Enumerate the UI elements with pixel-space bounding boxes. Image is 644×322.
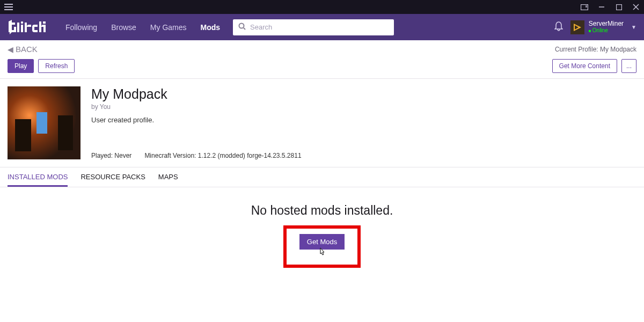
overlay-icon[interactable] — [581, 3, 588, 11]
svg-point-8 — [21, 21, 23, 23]
nav-browse[interactable]: Browse — [111, 23, 136, 32]
empty-message: No hosted mods installed. — [251, 203, 393, 218]
titlebar — [0, 0, 644, 14]
svg-rect-10 — [25, 23, 27, 32]
maximize-icon[interactable] — [615, 3, 623, 11]
cursor-icon — [318, 247, 326, 257]
tabs: INSTALLED MODS RESOURCE PACKS MAPS — [0, 167, 644, 187]
minimize-icon[interactable] — [598, 3, 605, 11]
back-button[interactable]: ◀ BACK — [8, 45, 38, 54]
notifications-icon[interactable] — [554, 21, 563, 33]
highlight-annotation: Get Mods — [283, 225, 361, 268]
profile-played: Played: Never — [91, 152, 131, 159]
close-icon[interactable] — [632, 3, 640, 11]
refresh-button[interactable]: Refresh — [38, 59, 75, 73]
profile-section: My Modpack by You User created profile. … — [0, 79, 644, 167]
profile-author: by You — [91, 103, 636, 111]
tab-resource-packs[interactable]: RESOURCE PACKS — [80, 173, 145, 187]
content-area: No hosted mods installed. Get Mods — [0, 187, 644, 284]
nav-mods[interactable]: Mods — [201, 23, 221, 32]
profile-image — [8, 86, 80, 159]
search-icon — [238, 23, 246, 32]
more-button[interactable]: ... — [621, 59, 636, 73]
play-button[interactable]: Play — [8, 59, 34, 73]
user-status: Online — [589, 27, 624, 34]
svg-rect-11 — [39, 21, 41, 32]
twitch-logo[interactable] — [8, 19, 54, 35]
current-profile-label: Current Profile: My Modpack — [555, 46, 636, 53]
avatar — [570, 20, 584, 34]
menu-icon[interactable] — [4, 4, 13, 10]
back-arrow-icon: ◀ — [8, 45, 13, 54]
user-menu[interactable]: ServerMiner Online — [570, 20, 624, 34]
svg-rect-4 — [616, 4, 621, 10]
svg-rect-7 — [17, 23, 19, 32]
get-more-content-button[interactable]: Get More Content — [552, 59, 617, 73]
profile-version: Minecraft Version: 1.12.2 (modded) forge… — [144, 152, 301, 159]
profile-title: My Modpack — [91, 86, 636, 102]
svg-rect-12 — [43, 21, 46, 24]
nav-following[interactable]: Following — [65, 23, 97, 32]
tab-maps[interactable]: MAPS — [158, 173, 178, 187]
svg-line-14 — [244, 28, 245, 30]
nav-mygames[interactable]: My Games — [150, 23, 187, 32]
main-header: Following Browse My Games Mods ServerMin… — [0, 14, 644, 40]
svg-rect-9 — [21, 25, 23, 32]
search-box[interactable] — [233, 19, 394, 35]
back-label: BACK — [16, 45, 38, 54]
subheader: ◀ BACK Current Profile: My Modpack Play … — [0, 40, 644, 79]
chevron-down-icon[interactable]: ▼ — [631, 24, 636, 30]
search-input[interactable] — [250, 23, 389, 31]
tab-installed-mods[interactable]: INSTALLED MODS — [8, 173, 68, 187]
username: ServerMiner — [589, 20, 624, 27]
profile-description: User created profile. — [91, 116, 636, 124]
svg-point-13 — [239, 23, 244, 28]
